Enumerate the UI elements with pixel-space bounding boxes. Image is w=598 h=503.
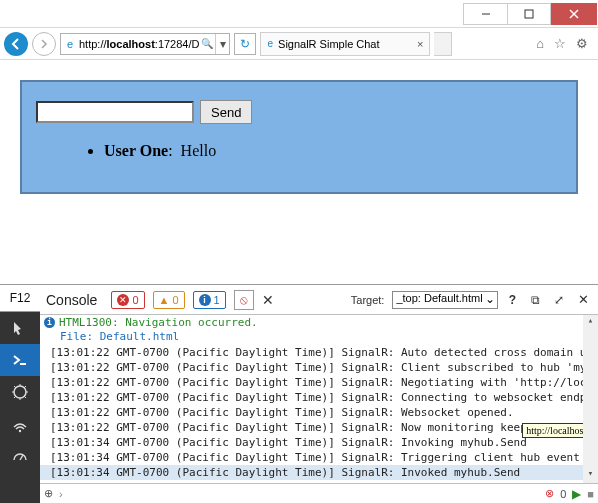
devtools-footer: ⊕ › ⊗ 0 ▶ ■: [40, 483, 598, 503]
search-icon[interactable]: 🔍: [199, 38, 215, 49]
refresh-button[interactable]: ↻: [234, 33, 256, 55]
home-icon[interactable]: ⌂: [536, 36, 544, 51]
message-input[interactable]: [36, 101, 194, 123]
console-log-line: [13:01:34 GMT-0700 (Pacific Daylight Tim…: [40, 450, 598, 465]
info-count-badge[interactable]: i1: [193, 291, 226, 309]
console-title: Console: [46, 292, 97, 308]
console-log-line: [13:01:22 GMT-0700 (Pacific Daylight Tim…: [40, 390, 598, 405]
address-bar[interactable]: e http://localhost:17284/D 🔍 ▾: [60, 33, 230, 55]
window-minimize-button[interactable]: [463, 3, 507, 25]
console-log-line: [13:01:22 GMT-0700 (Pacific Daylight Tim…: [40, 420, 598, 435]
console-output[interactable]: iHTML1300: Navigation occurred. File: De…: [40, 315, 598, 483]
expand-icon[interactable]: ⊕: [44, 487, 53, 500]
network-icon[interactable]: [0, 408, 40, 440]
pin-button[interactable]: ⧉: [527, 293, 543, 307]
profiler-icon[interactable]: [0, 440, 40, 472]
console-log-line: [13:01:22 GMT-0700 (Pacific Daylight Tim…: [40, 375, 598, 390]
target-label: Target:: [351, 294, 385, 306]
console-scrollbar[interactable]: ▴ ▾: [583, 315, 598, 483]
footer-error-count: 0: [560, 488, 566, 500]
tools-icon[interactable]: ⚙: [576, 36, 588, 51]
back-button[interactable]: [4, 32, 28, 56]
url-dropdown-icon[interactable]: ▾: [215, 34, 229, 54]
window-close-button[interactable]: [551, 3, 597, 25]
clear-console-button[interactable]: ⦸: [234, 290, 254, 310]
send-button[interactable]: Send: [200, 100, 252, 124]
list-item: User One: Hello: [104, 142, 562, 160]
devtools-panel: F12 Console ✕0 ▲0 i1 ⦸ ✕ Target: _top: D…: [0, 284, 598, 503]
debugger-icon[interactable]: [0, 376, 40, 408]
scroll-down-icon[interactable]: ▾: [583, 468, 598, 483]
console-info-line: iHTML1300: Navigation occurred.: [40, 315, 598, 330]
ie-favicon-icon: e: [61, 38, 79, 50]
console-log-line: [13:01:22 GMT-0700 (Pacific Daylight Tim…: [40, 345, 598, 360]
svg-line-7: [20, 455, 23, 460]
scroll-up-icon[interactable]: ▴: [583, 315, 598, 330]
close-filter-icon[interactable]: ✕: [262, 292, 274, 308]
message-list: User One: Hello: [64, 142, 562, 160]
dom-explorer-icon[interactable]: [0, 312, 40, 344]
error-count-badge[interactable]: ✕0: [111, 291, 144, 309]
f12-label: F12: [0, 285, 40, 312]
url-text: http://localhost:17284/D: [79, 38, 199, 50]
console-log-line-selected: [13:01:34 GMT-0700 (Pacific Daylight Tim…: [40, 465, 598, 480]
console-log-line: [13:01:22 GMT-0700 (Pacific Daylight Tim…: [40, 405, 598, 420]
target-select[interactable]: _top: Default.html: [392, 291, 497, 309]
svg-rect-1: [525, 10, 533, 18]
chat-panel: Send User One: Hello: [20, 80, 578, 194]
browser-tab[interactable]: e SignalR Simple Chat ×: [260, 32, 430, 56]
page-content: Send User One: Hello: [0, 60, 598, 284]
tab-favicon-icon: e: [267, 38, 273, 49]
console-file-line: File: Default.html: [40, 330, 598, 345]
tab-close-button[interactable]: ×: [417, 38, 423, 50]
prompt-chevron-icon: ›: [59, 488, 63, 500]
new-tab-button[interactable]: [434, 32, 452, 56]
stop-button[interactable]: ■: [587, 488, 594, 500]
message-text: Hello: [181, 142, 217, 159]
forward-button[interactable]: [32, 32, 56, 56]
window-maximize-button[interactable]: [507, 3, 551, 25]
devtools-sidebar: F12: [0, 285, 40, 503]
window-titlebar: [0, 0, 598, 28]
run-button[interactable]: ▶: [572, 487, 581, 501]
footer-error-icon: ⊗: [545, 487, 554, 500]
favorites-icon[interactable]: ☆: [554, 36, 566, 51]
warning-count-badge[interactable]: ▲0: [153, 291, 185, 309]
tab-title: SignalR Simple Chat: [278, 38, 412, 50]
message-user: User One: [104, 142, 168, 159]
devtools-close-button[interactable]: ✕: [575, 292, 592, 307]
help-button[interactable]: ?: [506, 293, 519, 307]
svg-point-6: [19, 430, 21, 432]
console-log-line: [13:01:34 GMT-0700 (Pacific Daylight Tim…: [40, 435, 598, 450]
console-log-line: [13:01:22 GMT-0700 (Pacific Daylight Tim…: [40, 360, 598, 375]
browser-toolbar: e http://localhost:17284/D 🔍 ▾ ↻ e Signa…: [0, 28, 598, 60]
devtools-header: Console ✕0 ▲0 i1 ⦸ ✕ Target: _top: Defau…: [40, 285, 598, 315]
console-tab-icon[interactable]: [0, 344, 40, 376]
undock-button[interactable]: ⤢: [551, 293, 567, 307]
